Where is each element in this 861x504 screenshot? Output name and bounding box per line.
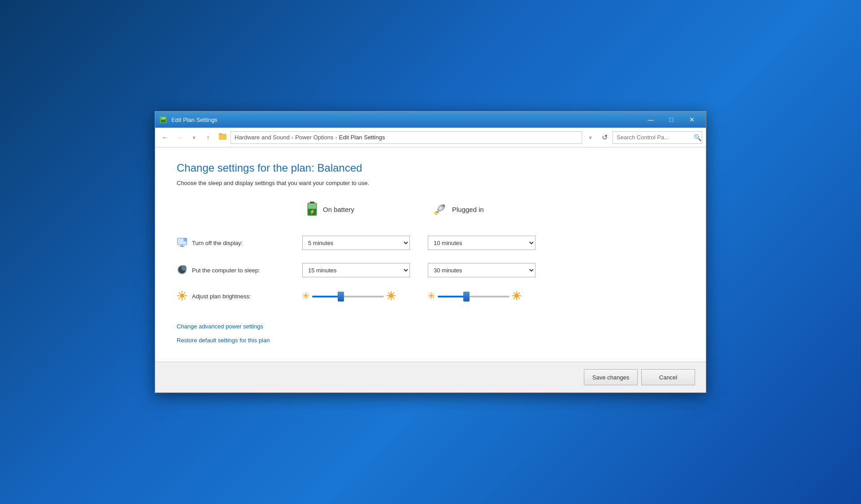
brightness-icon [177,290,187,302]
svg-point-49 [430,294,433,297]
turn-off-display-label: Turn off the display: [192,240,243,246]
restore-defaults-link[interactable]: Restore default settings for this plan [177,337,684,344]
turn-off-display-row: Turn off the display: 1 minute 2 minutes… [177,229,684,256]
plugged-in-header: Plugged in [428,202,553,224]
plugged-in-label: Plugged in [452,206,484,213]
svg-line-45 [388,293,389,293]
title-bar: ⚡ Edit Plan Settings — □ ✕ [155,112,706,128]
monitor-icon [177,237,187,249]
brightness-label-col: Adjust plan brightness: [177,290,302,302]
content-area: Change settings for the plan: Balanced C… [155,147,706,362]
breadcrumb-bar: Hardware and Sound › Power Options › Edi… [230,131,582,144]
breadcrumb-hardware[interactable]: Hardware and Sound [235,134,290,141]
brightness-battery-slider-track[interactable] [312,292,384,302]
brightness-min-icon-battery [302,292,309,301]
window-controls: — □ ✕ [640,112,702,128]
search-input[interactable] [617,134,692,141]
breadcrumb-dropdown-button[interactable]: ∨ [584,131,596,144]
svg-line-65 [519,293,520,293]
svg-line-36 [304,293,304,294]
svg-line-47 [393,293,394,293]
svg-point-40 [389,293,393,298]
svg-rect-3 [161,120,165,122]
sleep-label: Put the computer to sleep: [192,267,260,274]
sleep-icon [177,264,187,276]
dropdown-nav-button[interactable]: ∨ [187,131,200,144]
brightness-row: Adjust plan brightness: [177,284,684,309]
brightness-plugged-control [428,291,553,302]
svg-line-64 [519,297,520,298]
links-section: Change advanced power settings Restore d… [177,323,684,351]
forward-button[interactable]: → [173,131,186,144]
svg-point-17 [183,238,187,241]
sleep-label-col: Put the computer to sleep: [177,264,302,276]
up-button[interactable]: ↑ [202,131,214,144]
breadcrumb-current: Edit Plan Settings [339,134,385,141]
main-window: ⚡ Edit Plan Settings — □ ✕ ← → ∨ ↑ Hardw… [155,111,706,393]
on-battery-header: ⚡ On battery [302,201,428,225]
svg-line-29 [184,293,185,293]
svg-rect-7 [308,203,316,209]
brightness-max-icon-battery [387,291,396,302]
sleep-plugged-control: 1 minute 5 minutes 10 minutes 15 minutes… [428,263,553,277]
brightness-battery-control [302,291,428,302]
svg-point-58 [514,293,519,298]
svg-text:⚡: ⚡ [162,116,165,120]
svg-text:⚡: ⚡ [309,209,315,215]
svg-line-38 [308,293,309,294]
svg-line-63 [514,293,515,293]
sleep-battery-select[interactable]: 1 minute 5 minutes 10 minutes 15 minutes… [302,263,410,277]
window-title: Edit Plan Settings [171,116,640,123]
page-subtitle: Choose the sleep and display settings th… [177,180,684,186]
footer: Save changes Cancel [155,362,706,392]
svg-line-48 [388,297,389,298]
turn-off-display-label-col: Turn off the display: [177,237,302,249]
brightness-min-icon-plugged [428,292,435,301]
address-bar: ← → ∨ ↑ Hardware and Sound › Power Optio… [155,128,706,147]
cancel-button[interactable]: Cancel [641,369,695,385]
breadcrumb-sep2: › [335,134,337,141]
brightness-max-icon-plugged [512,291,521,302]
settings-rows: Turn off the display: 1 minute 2 minutes… [177,229,684,309]
brightness-plugged-slider-track[interactable] [438,292,509,302]
svg-point-22 [180,293,184,298]
turn-off-display-battery-control: 1 minute 2 minutes 3 minutes 5 minutes 1… [302,236,428,250]
maximize-button[interactable]: □ [661,112,682,128]
svg-line-46 [393,297,394,298]
window-icon: ⚡ [159,115,168,124]
svg-point-21 [181,265,187,271]
minimize-button[interactable]: — [640,112,661,128]
svg-line-28 [184,298,185,299]
search-bar: 🔍 [613,131,702,144]
breadcrumb-sep1: › [291,134,293,141]
on-battery-label: On battery [323,206,354,213]
svg-line-57 [429,297,430,298]
close-button[interactable]: ✕ [682,112,702,128]
save-changes-button[interactable]: Save changes [584,369,638,385]
brightness-label: Adjust plan brightness: [192,293,251,300]
turn-off-display-plugged-control: 1 minute 2 minutes 3 minutes 5 minutes 1… [428,236,553,250]
back-button[interactable]: ← [159,131,171,144]
svg-line-54 [429,293,430,294]
refresh-button[interactable]: ↺ [598,131,611,144]
turn-off-display-battery-select[interactable]: 1 minute 2 minutes 3 minutes 5 minutes 1… [302,236,410,250]
breadcrumb-power[interactable]: Power Options [295,134,333,141]
svg-line-39 [304,297,304,298]
svg-rect-6 [310,202,314,203]
put-to-sleep-row: Put the computer to sleep: 1 minute 5 mi… [177,256,684,284]
folder-icon [218,132,227,143]
svg-line-37 [308,297,309,298]
advanced-settings-link[interactable]: Change advanced power settings [177,323,684,330]
search-icon: 🔍 [694,134,701,141]
sleep-plugged-select[interactable]: 1 minute 5 minutes 10 minutes 15 minutes… [428,263,535,277]
svg-line-55 [433,297,434,298]
svg-line-56 [433,293,434,294]
rocket-icon [431,202,448,217]
svg-line-66 [514,297,515,298]
svg-line-27 [179,293,180,293]
svg-point-31 [304,294,307,297]
turn-off-display-plugged-select[interactable]: 1 minute 2 minutes 3 minutes 5 minutes 1… [428,236,535,250]
page-title: Change settings for the plan: Balanced [177,162,684,174]
svg-line-30 [179,298,180,299]
sleep-battery-control: 1 minute 5 minutes 10 minutes 15 minutes… [302,263,428,277]
